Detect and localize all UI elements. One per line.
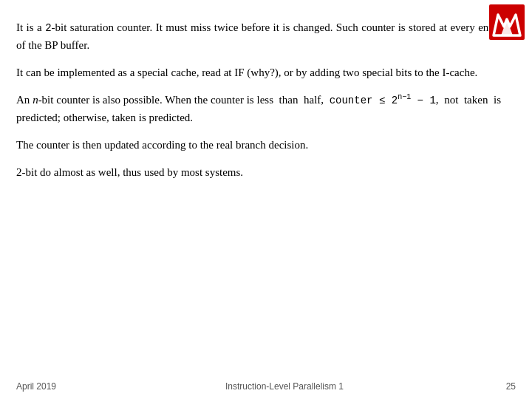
logo-area (489, 4, 525, 40)
bullet-text-4: The counter is then updated according to… (16, 137, 501, 154)
bullet-block-5: 2-bit do almost as well, thus used by mo… (16, 164, 501, 181)
footer: April 2019 Instruction-Level Parallelism… (0, 381, 532, 392)
footer-title: Instruction-Level Parallelism 1 (75, 381, 494, 392)
bullet-block-2: It can be implemented as a special cache… (16, 64, 501, 81)
content-area: It is a 2-bit saturation counter. It mus… (16, 19, 508, 182)
bullet-block-3: An n-bit counter is also possible. When … (16, 92, 501, 126)
bullet-block-4: The counter is then updated according to… (16, 137, 501, 154)
bullet-text-5: 2-bit do almost as well, thus used by mo… (16, 164, 501, 181)
slide-container: It is a 2-bit saturation counter. It mus… (0, 0, 532, 399)
bullet-block-1: It is a 2-bit saturation counter. It mus… (16, 19, 501, 54)
footer-date: April 2019 (16, 381, 75, 392)
university-logo-icon (489, 4, 525, 40)
bullet-text-3: An n-bit counter is also possible. When … (16, 92, 501, 126)
bullet-text-1: It is a 2-bit saturation counter. It mus… (16, 19, 501, 54)
bullet-text-2: It can be implemented as a special cache… (16, 64, 501, 81)
footer-page-number: 25 (494, 381, 516, 392)
